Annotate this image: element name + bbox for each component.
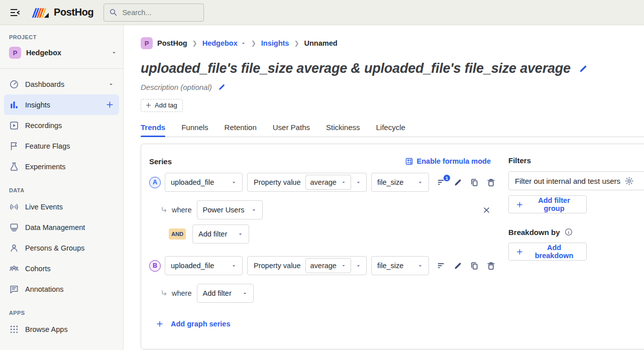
trash-icon[interactable] [486,178,496,187]
corner-down-right-icon [160,289,168,297]
filter-funnel-icon[interactable]: 1 [437,178,446,187]
add-filter-select-a[interactable]: Add filter [192,224,249,244]
project-switcher[interactable]: P Hedgebox [4,43,119,62]
test-account-filter-toggle[interactable]: Filter out internal and test users [508,171,644,190]
breadcrumb-project[interactable]: Hedgebox [202,39,246,47]
feature-flags-icon [9,141,19,151]
annotations-icon [9,284,19,294]
posthog-logo-mark-icon [31,6,50,20]
apps-section-label: APPS [9,310,114,316]
plus-icon [516,201,523,208]
tab-user-paths[interactable]: User Paths [273,121,310,137]
chevron-down-icon[interactable] [111,50,117,56]
corner-down-right-icon [160,206,168,214]
add-breakdown-button[interactable]: Add breakdown [508,243,587,261]
sidebar-item-feature-flags[interactable]: Feature Flags [4,136,119,156]
add-graph-series-label: Add graph series [171,320,230,328]
add-filter-group-label: Add filter group [529,196,579,212]
enable-formula-mode-label: Enable formula mode [417,157,491,165]
add-graph-series-button[interactable]: Add graph series [156,320,644,328]
add-filter-group-button[interactable]: Add filter group [508,195,587,213]
trash-icon[interactable] [486,261,496,271]
sidebar-item-label: Data Management [25,223,85,231]
sidebar-item-browse-apps[interactable]: Browse Apps [4,319,119,339]
search-input[interactable] [122,9,197,17]
event-select-a[interactable]: uploaded_file [165,173,243,192]
search-icon [109,8,118,17]
filters-panel: Filters Filter out internal and test use… [508,156,644,261]
where-label: where [172,206,192,214]
search-box[interactable] [103,4,204,22]
series-a-badge: A [149,177,161,188]
cohorts-icon [9,264,19,274]
tab-funnels[interactable]: Funnels [181,121,208,137]
new-insight-plus-icon[interactable] [105,100,114,109]
math-select-b[interactable]: Property value average [247,256,367,275]
sidebar-item-cohorts[interactable]: Cohorts [4,258,119,279]
test-account-filter-label: Filter out internal and test users [515,177,620,185]
filter-funnel-icon[interactable] [437,261,446,271]
gear-icon[interactable] [624,176,634,186]
add-filter-select-b[interactable]: Add filter [197,284,254,303]
math-function-select-b[interactable]: average [305,258,351,273]
copy-icon[interactable] [470,261,479,271]
add-tag-label: Add tag [155,101,177,109]
edit-title-pencil-icon[interactable] [578,64,588,74]
sidebar-divider [0,68,123,69]
chevron-down-icon [231,263,237,269]
sidebar-item-data-management[interactable]: Data Management [4,217,119,238]
sidebar: PROJECT P Hedgebox Dashboards Insights [0,25,124,350]
property-select-b[interactable]: file_size [371,256,429,275]
property-select-a[interactable]: file_size [371,173,429,192]
breakdown-by-label: Breakdown by [508,228,560,237]
breadcrumb-org[interactable]: P PostHog [141,37,187,49]
chevron-down-icon [356,263,361,269]
math-type-label: Property value [254,262,301,270]
data-section-label: DATA [9,187,114,193]
live-events-icon [9,202,19,212]
math-select-a[interactable]: Property value average [247,173,367,192]
recordings-icon [9,121,19,131]
add-tag-button[interactable]: Add tag [141,99,183,112]
tab-stickiness[interactable]: Stickiness [326,121,360,137]
where-label: where [172,289,192,297]
chevron-down-icon [417,263,423,269]
math-function-select-a[interactable]: average [305,175,351,190]
plus-icon [516,248,523,256]
sidebar-item-label: Recordings [25,122,62,130]
edit-pencil-icon[interactable] [453,261,463,271]
edit-pencil-icon[interactable] [453,178,463,187]
sidebar-item-insights[interactable]: Insights [4,94,119,115]
sidebar-item-recordings[interactable]: Recordings [4,115,119,136]
chevron-down-icon [251,207,257,213]
math-function-value: average [310,178,337,186]
chevron-down-icon[interactable] [108,81,114,87]
posthog-logo[interactable]: PostHog [31,6,93,20]
edit-description-pencil-icon[interactable] [218,83,226,91]
enable-formula-mode-link[interactable]: Enable formula mode [405,157,491,166]
chevron-down-icon [231,180,237,185]
collapse-sidebar-icon [10,7,21,18]
sidebar-item-live-events[interactable]: Live Events [4,196,119,217]
chevron-down-icon[interactable] [241,41,246,46]
event-select-b[interactable]: uploaded_file [165,256,243,275]
chevron-down-icon [242,291,248,296]
collapse-sidebar-button[interactable] [8,6,22,20]
sidebar-item-persons-groups[interactable]: Persons & Groups [4,238,119,258]
sidebar-item-annotations[interactable]: Annotations [4,279,119,299]
copy-icon[interactable] [470,178,479,187]
sidebar-item-experiments[interactable]: Experiments [4,156,119,177]
breadcrumb-insights[interactable]: Insights [261,39,289,47]
sidebar-item-label: Annotations [25,285,64,293]
tab-lifecycle[interactable]: Lifecycle [376,121,405,137]
tab-trends[interactable]: Trends [141,121,165,137]
cohort-filter-select-a[interactable]: Power Users [197,200,263,219]
series-b-filter-row: where Add filter [160,284,491,303]
sidebar-item-label: Live Events [25,203,63,211]
logo-text: PostHog [54,7,93,18]
close-x-icon[interactable] [482,206,491,214]
sidebar-item-dashboards[interactable]: Dashboards [4,74,119,94]
main-content: P PostHog ❯ Hedgebox ❯ Insights ❯ Unname… [124,25,644,350]
add-filter-label: Add filter [203,289,232,297]
tab-retention[interactable]: Retention [225,121,257,137]
